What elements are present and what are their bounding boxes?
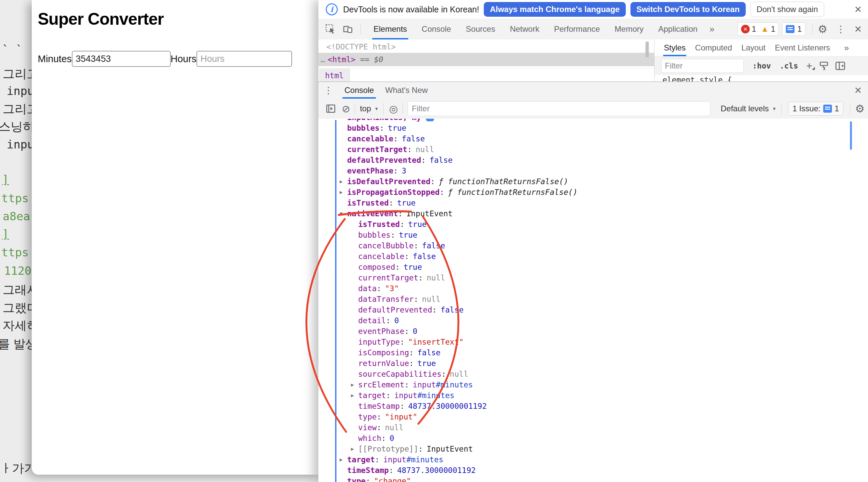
- colon: :: [389, 466, 394, 475]
- tab-application[interactable]: Application: [658, 19, 697, 39]
- tab-sources[interactable]: Sources: [466, 19, 495, 39]
- log-levels-selector[interactable]: Default levels ▼: [721, 104, 776, 113]
- new-style-rule-button[interactable]: +: [806, 62, 812, 69]
- editor-text-snippet: 1120: [4, 264, 31, 277]
- more-options-kebab-icon[interactable]: ⋮: [836, 24, 846, 35]
- tab-elements[interactable]: Elements: [374, 19, 407, 39]
- property-value: true: [399, 231, 417, 239]
- always-match-language-button[interactable]: Always match Chrome's language: [484, 2, 626, 17]
- editor-text-snippet: 스닝하고: [0, 119, 32, 135]
- console-sidebar-toggle-icon[interactable]: [326, 104, 336, 113]
- expander-icon[interactable]: ▶: [337, 179, 345, 184]
- console-scrollbar-thumb[interactable]: [850, 121, 852, 150]
- sidebar-tab-event-listeners[interactable]: Event Listeners: [775, 39, 830, 56]
- tab-console[interactable]: Console: [422, 19, 451, 39]
- dont-show-again-button[interactable]: Don't show again: [750, 2, 824, 17]
- breadcrumb-html[interactable]: html: [319, 68, 350, 83]
- console-property-row: composed:true: [358, 262, 422, 272]
- console-property-row: type:"input": [358, 412, 417, 422]
- dock-sidebar-icon[interactable]: [835, 61, 846, 71]
- expander-icon[interactable]: ▼: [337, 211, 345, 217]
- colon: :: [386, 391, 391, 400]
- errors-warnings-badge[interactable]: ✕ 1 ▲ 1: [737, 22, 779, 36]
- hov-toggle[interactable]: :hov: [752, 61, 771, 70]
- property-key: isTrusted: [358, 220, 400, 229]
- sidebar-tab-computed[interactable]: Computed: [695, 39, 732, 56]
- property-value: null: [427, 273, 445, 282]
- colon: :: [400, 402, 405, 411]
- elements-scrollbar-thumb[interactable]: [646, 41, 649, 58]
- console-property-row: eventPhase:3: [347, 165, 406, 176]
- console-filter-input[interactable]: [408, 101, 710, 116]
- sidebar-tab-styles[interactable]: Styles: [664, 39, 686, 56]
- live-expression-eye-icon[interactable]: ◎: [389, 103, 398, 115]
- colon: :: [441, 370, 446, 379]
- execution-context-selector[interactable]: top ▼: [360, 104, 378, 113]
- colon: :: [400, 338, 405, 346]
- devtools-close-icon[interactable]: ✕: [854, 24, 862, 35]
- property-value: "input": [385, 413, 417, 421]
- drawer-close-icon[interactable]: ✕: [854, 85, 862, 96]
- drawer-tab-console[interactable]: Console: [344, 82, 374, 99]
- context-value: top: [360, 104, 371, 113]
- editor-text-snippet: ]: [2, 173, 9, 186]
- property-key: isTrusted: [347, 199, 389, 207]
- node-tag: input: [394, 391, 417, 400]
- colon: :: [393, 134, 398, 143]
- messages-badge[interactable]: 1: [782, 22, 805, 36]
- console-property-row: currentTarget:null: [358, 272, 445, 283]
- hours-input[interactable]: [196, 51, 292, 67]
- colon: :: [418, 445, 423, 453]
- sidebar-tab-layout[interactable]: Layout: [741, 39, 766, 56]
- dom-breadcrumb-bar: html: [318, 68, 654, 83]
- property-value: InputEvent: [406, 209, 453, 218]
- cls-toggle[interactable]: .cls: [779, 61, 798, 70]
- expander-icon[interactable]: ▶: [348, 446, 356, 452]
- property-key: returnValue: [358, 359, 409, 368]
- property-key: currentTarget: [347, 145, 407, 154]
- hours-label: Hours: [171, 54, 196, 64]
- infobar-close-icon[interactable]: ✕: [854, 4, 862, 15]
- colon: :: [391, 231, 395, 239]
- clear-console-icon[interactable]: ⊘: [342, 103, 350, 115]
- console-property-row: isTrusted:true: [347, 198, 415, 208]
- drawer-kebab-icon[interactable]: ⋮: [324, 85, 333, 96]
- property-key: bubbles: [358, 231, 391, 239]
- source-link-icon[interactable]: [426, 119, 434, 121]
- expander-icon[interactable]: ▶: [337, 457, 345, 462]
- expander-icon[interactable]: ▶: [348, 382, 356, 388]
- property-key: data: [358, 284, 376, 293]
- toolbar-divider: [812, 24, 812, 34]
- issues-chip[interactable]: 1 Issue: 1: [788, 101, 843, 116]
- more-panels-chevron-icon[interactable]: »: [710, 24, 714, 34]
- warning-icon: ▲: [761, 24, 769, 34]
- property-key: dataTransfer: [358, 295, 414, 303]
- styles-filter-input[interactable]: [661, 59, 744, 73]
- console-property-row: cancelable:false: [347, 133, 425, 144]
- property-key: isPropagationStopped: [347, 188, 440, 197]
- expander-icon[interactable]: ▶: [348, 392, 356, 398]
- property-value: input#minutes: [394, 391, 454, 400]
- property-key: which: [358, 434, 381, 443]
- minutes-input[interactable]: [72, 51, 171, 67]
- property-value: "3": [385, 284, 399, 293]
- property-value: InputEvent: [427, 445, 473, 453]
- doctype-node[interactable]: <!DOCTYPE html>: [327, 40, 396, 54]
- tab-memory[interactable]: Memory: [615, 19, 644, 39]
- tab-performance[interactable]: Performance: [554, 19, 600, 39]
- html-node-selected[interactable]: … <html> == $0: [318, 53, 654, 66]
- expander-icon[interactable]: ▶: [337, 189, 345, 195]
- console-property-row: ▶[[Prototype]]:InputEvent: [358, 444, 473, 454]
- tab-network[interactable]: Network: [510, 19, 539, 39]
- drawer-tab-what-s-new[interactable]: What's New: [385, 82, 428, 99]
- settings-gear-icon[interactable]: ⚙: [818, 23, 828, 35]
- inspect-element-icon[interactable]: [325, 24, 336, 34]
- rendering-brush-icon[interactable]: [819, 61, 829, 71]
- switch-devtools-korean-button[interactable]: Switch DevTools to Korean: [630, 2, 746, 17]
- sidebar-overflow-chevron-icon[interactable]: »: [844, 43, 849, 53]
- console-settings-gear-icon[interactable]: ⚙: [855, 102, 865, 115]
- devtools-window: i DevTools is now available in Korean! A…: [318, 0, 868, 482]
- truncated-log-text: inputMinutes, my: [347, 119, 421, 122]
- device-toolbar-icon[interactable]: [342, 24, 354, 34]
- property-value: null: [385, 423, 403, 432]
